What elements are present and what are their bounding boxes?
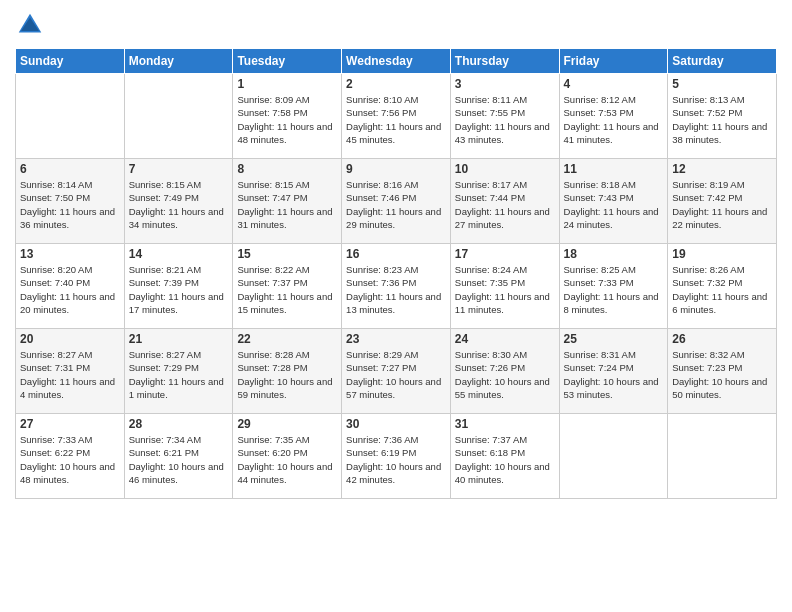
day-info: Sunrise: 8:21 AM Sunset: 7:39 PM Dayligh… <box>129 263 229 316</box>
calendar-table: SundayMondayTuesdayWednesdayThursdayFrid… <box>15 48 777 499</box>
day-number: 9 <box>346 162 446 176</box>
calendar-cell: 9Sunrise: 8:16 AM Sunset: 7:46 PM Daylig… <box>342 159 451 244</box>
day-number: 4 <box>564 77 664 91</box>
calendar-cell: 6Sunrise: 8:14 AM Sunset: 7:50 PM Daylig… <box>16 159 125 244</box>
day-info: Sunrise: 8:15 AM Sunset: 7:47 PM Dayligh… <box>237 178 337 231</box>
day-info: Sunrise: 8:19 AM Sunset: 7:42 PM Dayligh… <box>672 178 772 231</box>
day-number: 23 <box>346 332 446 346</box>
calendar-cell: 13Sunrise: 8:20 AM Sunset: 7:40 PM Dayli… <box>16 244 125 329</box>
day-number: 2 <box>346 77 446 91</box>
calendar-cell: 3Sunrise: 8:11 AM Sunset: 7:55 PM Daylig… <box>450 74 559 159</box>
calendar-cell: 20Sunrise: 8:27 AM Sunset: 7:31 PM Dayli… <box>16 329 125 414</box>
calendar-week-4: 20Sunrise: 8:27 AM Sunset: 7:31 PM Dayli… <box>16 329 777 414</box>
day-number: 11 <box>564 162 664 176</box>
day-info: Sunrise: 8:30 AM Sunset: 7:26 PM Dayligh… <box>455 348 555 401</box>
day-info: Sunrise: 8:25 AM Sunset: 7:33 PM Dayligh… <box>564 263 664 316</box>
weekday-row: SundayMondayTuesdayWednesdayThursdayFrid… <box>16 49 777 74</box>
day-info: Sunrise: 7:37 AM Sunset: 6:18 PM Dayligh… <box>455 433 555 486</box>
day-number: 28 <box>129 417 229 431</box>
calendar-cell: 29Sunrise: 7:35 AM Sunset: 6:20 PM Dayli… <box>233 414 342 499</box>
calendar-cell: 28Sunrise: 7:34 AM Sunset: 6:21 PM Dayli… <box>124 414 233 499</box>
day-info: Sunrise: 8:27 AM Sunset: 7:29 PM Dayligh… <box>129 348 229 401</box>
day-number: 15 <box>237 247 337 261</box>
calendar-cell: 15Sunrise: 8:22 AM Sunset: 7:37 PM Dayli… <box>233 244 342 329</box>
page: SundayMondayTuesdayWednesdayThursdayFrid… <box>0 0 792 612</box>
day-info: Sunrise: 8:20 AM Sunset: 7:40 PM Dayligh… <box>20 263 120 316</box>
calendar-week-5: 27Sunrise: 7:33 AM Sunset: 6:22 PM Dayli… <box>16 414 777 499</box>
day-number: 17 <box>455 247 555 261</box>
weekday-header-saturday: Saturday <box>668 49 777 74</box>
day-number: 31 <box>455 417 555 431</box>
calendar-cell: 17Sunrise: 8:24 AM Sunset: 7:35 PM Dayli… <box>450 244 559 329</box>
weekday-header-sunday: Sunday <box>16 49 125 74</box>
day-number: 21 <box>129 332 229 346</box>
day-number: 29 <box>237 417 337 431</box>
calendar-cell: 30Sunrise: 7:36 AM Sunset: 6:19 PM Dayli… <box>342 414 451 499</box>
day-info: Sunrise: 8:13 AM Sunset: 7:52 PM Dayligh… <box>672 93 772 146</box>
day-number: 26 <box>672 332 772 346</box>
calendar-cell: 26Sunrise: 8:32 AM Sunset: 7:23 PM Dayli… <box>668 329 777 414</box>
weekday-header-friday: Friday <box>559 49 668 74</box>
calendar-cell: 5Sunrise: 8:13 AM Sunset: 7:52 PM Daylig… <box>668 74 777 159</box>
weekday-header-monday: Monday <box>124 49 233 74</box>
day-number: 19 <box>672 247 772 261</box>
day-number: 10 <box>455 162 555 176</box>
calendar-week-2: 6Sunrise: 8:14 AM Sunset: 7:50 PM Daylig… <box>16 159 777 244</box>
day-info: Sunrise: 8:23 AM Sunset: 7:36 PM Dayligh… <box>346 263 446 316</box>
day-info: Sunrise: 8:16 AM Sunset: 7:46 PM Dayligh… <box>346 178 446 231</box>
calendar-cell <box>668 414 777 499</box>
calendar-cell: 4Sunrise: 8:12 AM Sunset: 7:53 PM Daylig… <box>559 74 668 159</box>
header <box>15 10 777 40</box>
logo <box>15 10 49 40</box>
day-info: Sunrise: 7:36 AM Sunset: 6:19 PM Dayligh… <box>346 433 446 486</box>
day-info: Sunrise: 8:09 AM Sunset: 7:58 PM Dayligh… <box>237 93 337 146</box>
day-info: Sunrise: 8:26 AM Sunset: 7:32 PM Dayligh… <box>672 263 772 316</box>
calendar-cell <box>16 74 125 159</box>
day-info: Sunrise: 8:15 AM Sunset: 7:49 PM Dayligh… <box>129 178 229 231</box>
day-number: 3 <box>455 77 555 91</box>
calendar-cell: 19Sunrise: 8:26 AM Sunset: 7:32 PM Dayli… <box>668 244 777 329</box>
day-info: Sunrise: 8:31 AM Sunset: 7:24 PM Dayligh… <box>564 348 664 401</box>
calendar-cell <box>124 74 233 159</box>
day-number: 7 <box>129 162 229 176</box>
day-info: Sunrise: 7:33 AM Sunset: 6:22 PM Dayligh… <box>20 433 120 486</box>
calendar-cell: 10Sunrise: 8:17 AM Sunset: 7:44 PM Dayli… <box>450 159 559 244</box>
day-number: 16 <box>346 247 446 261</box>
day-number: 20 <box>20 332 120 346</box>
day-number: 8 <box>237 162 337 176</box>
day-number: 30 <box>346 417 446 431</box>
calendar-cell: 21Sunrise: 8:27 AM Sunset: 7:29 PM Dayli… <box>124 329 233 414</box>
calendar-cell: 27Sunrise: 7:33 AM Sunset: 6:22 PM Dayli… <box>16 414 125 499</box>
calendar-cell: 22Sunrise: 8:28 AM Sunset: 7:28 PM Dayli… <box>233 329 342 414</box>
calendar-cell: 12Sunrise: 8:19 AM Sunset: 7:42 PM Dayli… <box>668 159 777 244</box>
calendar-cell: 23Sunrise: 8:29 AM Sunset: 7:27 PM Dayli… <box>342 329 451 414</box>
calendar-cell: 11Sunrise: 8:18 AM Sunset: 7:43 PM Dayli… <box>559 159 668 244</box>
weekday-header-thursday: Thursday <box>450 49 559 74</box>
calendar-cell: 7Sunrise: 8:15 AM Sunset: 7:49 PM Daylig… <box>124 159 233 244</box>
calendar-cell: 16Sunrise: 8:23 AM Sunset: 7:36 PM Dayli… <box>342 244 451 329</box>
calendar-cell: 18Sunrise: 8:25 AM Sunset: 7:33 PM Dayli… <box>559 244 668 329</box>
day-info: Sunrise: 7:35 AM Sunset: 6:20 PM Dayligh… <box>237 433 337 486</box>
weekday-header-wednesday: Wednesday <box>342 49 451 74</box>
calendar-cell: 1Sunrise: 8:09 AM Sunset: 7:58 PM Daylig… <box>233 74 342 159</box>
day-number: 22 <box>237 332 337 346</box>
calendar-header: SundayMondayTuesdayWednesdayThursdayFrid… <box>16 49 777 74</box>
day-info: Sunrise: 8:27 AM Sunset: 7:31 PM Dayligh… <box>20 348 120 401</box>
day-number: 12 <box>672 162 772 176</box>
calendar-cell: 8Sunrise: 8:15 AM Sunset: 7:47 PM Daylig… <box>233 159 342 244</box>
calendar-cell: 24Sunrise: 8:30 AM Sunset: 7:26 PM Dayli… <box>450 329 559 414</box>
day-info: Sunrise: 8:18 AM Sunset: 7:43 PM Dayligh… <box>564 178 664 231</box>
day-number: 18 <box>564 247 664 261</box>
calendar-week-1: 1Sunrise: 8:09 AM Sunset: 7:58 PM Daylig… <box>16 74 777 159</box>
day-info: Sunrise: 8:14 AM Sunset: 7:50 PM Dayligh… <box>20 178 120 231</box>
calendar-week-3: 13Sunrise: 8:20 AM Sunset: 7:40 PM Dayli… <box>16 244 777 329</box>
day-info: Sunrise: 8:29 AM Sunset: 7:27 PM Dayligh… <box>346 348 446 401</box>
day-info: Sunrise: 8:32 AM Sunset: 7:23 PM Dayligh… <box>672 348 772 401</box>
day-info: Sunrise: 7:34 AM Sunset: 6:21 PM Dayligh… <box>129 433 229 486</box>
calendar-cell <box>559 414 668 499</box>
day-number: 24 <box>455 332 555 346</box>
calendar-body: 1Sunrise: 8:09 AM Sunset: 7:58 PM Daylig… <box>16 74 777 499</box>
day-info: Sunrise: 8:12 AM Sunset: 7:53 PM Dayligh… <box>564 93 664 146</box>
day-number: 5 <box>672 77 772 91</box>
logo-icon <box>15 10 45 40</box>
